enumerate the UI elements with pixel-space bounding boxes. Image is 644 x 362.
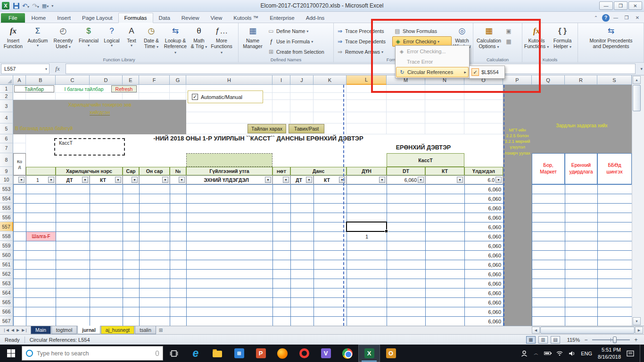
cell-I565[interactable] bbox=[273, 298, 291, 307]
header-bbod-shingeh[interactable]: ББӨдшингэх bbox=[597, 153, 632, 184]
cell-F558[interactable] bbox=[140, 232, 170, 241]
cell-K559[interactable] bbox=[314, 241, 347, 251]
zoom-in-icon[interactable]: + bbox=[633, 337, 639, 343]
taskbar-chrome[interactable] bbox=[337, 345, 358, 362]
autosum-button[interactable]: Σ AutoSum ▾ bbox=[25, 24, 50, 48]
cell-N557[interactable] bbox=[426, 222, 465, 232]
cell-F556[interactable] bbox=[140, 213, 170, 222]
cell-O559[interactable]: 6,060 bbox=[465, 241, 504, 251]
cell-R566[interactable] bbox=[565, 307, 598, 317]
taskbar-firefox[interactable] bbox=[272, 345, 293, 362]
cell-M558[interactable] bbox=[387, 232, 426, 241]
tailan-harah-button[interactable]: Тайлан харах bbox=[248, 124, 286, 133]
cell-D553[interactable] bbox=[90, 185, 123, 194]
cell-H553[interactable] bbox=[187, 185, 273, 194]
cell-G556[interactable] bbox=[170, 213, 187, 222]
cell-D567[interactable] bbox=[90, 317, 123, 326]
header-bor-market[interactable]: Бор,Маркет bbox=[532, 153, 565, 184]
cell-S564[interactable] bbox=[598, 288, 632, 298]
kutools-functions-button[interactable]: fx Kutools Functions ▾ bbox=[523, 24, 550, 49]
cell-I561[interactable] bbox=[273, 260, 291, 270]
cell-O562[interactable]: 6,060 bbox=[465, 270, 504, 279]
cell-R554[interactable] bbox=[565, 194, 598, 204]
row-header-9[interactable]: 9 bbox=[0, 167, 13, 175]
cell-L553[interactable] bbox=[347, 185, 387, 194]
cell-C559[interactable] bbox=[56, 241, 90, 251]
filter-dropdown-icon[interactable]: ▼ bbox=[162, 177, 168, 183]
cell-C556[interactable] bbox=[56, 213, 90, 222]
row-header-560[interactable]: 560 bbox=[0, 250, 13, 260]
cell-C553[interactable] bbox=[56, 185, 90, 194]
cell-N556[interactable] bbox=[426, 213, 465, 222]
cell-C555[interactable] bbox=[56, 204, 90, 213]
cell-N567[interactable] bbox=[426, 317, 465, 326]
zoom-slider-thumb[interactable] bbox=[613, 337, 617, 343]
cell-K566[interactable] bbox=[314, 307, 347, 317]
cell-A563[interactable] bbox=[14, 279, 26, 288]
cell-M555[interactable] bbox=[387, 204, 426, 213]
cell-D561[interactable] bbox=[90, 260, 123, 270]
menu-item-circular-references[interactable]: ↻ Circular References ▸ bbox=[396, 67, 469, 77]
filter-I10[interactable]: ▼ bbox=[272, 175, 290, 184]
filter-dropdown-icon[interactable]: ▼ bbox=[339, 177, 345, 183]
next-sheet-icon[interactable]: ▶ bbox=[17, 328, 19, 332]
header-yurunhii-udirdlaga[interactable]: Ерөнхийудирдлага bbox=[565, 153, 597, 184]
cell-J554[interactable] bbox=[291, 194, 314, 204]
cell-A554[interactable] bbox=[14, 194, 26, 204]
minimize-ribbon-icon[interactable]: ⌃ bbox=[591, 14, 601, 22]
cell-K564[interactable] bbox=[314, 288, 347, 298]
taskbar-viber[interactable]: V bbox=[315, 345, 337, 362]
redo-button[interactable]: ↷▾ bbox=[32, 3, 39, 9]
scroll-down-icon[interactable]: ▼ bbox=[633, 317, 641, 325]
row-header-557[interactable]: 557 bbox=[0, 222, 13, 231]
cell-Q558[interactable] bbox=[532, 232, 565, 241]
sheet-tab-aj-husnegt[interactable]: aj_husnegt bbox=[101, 326, 134, 334]
cell-B556[interactable] bbox=[26, 213, 56, 222]
cell-F561[interactable] bbox=[140, 260, 170, 270]
cell-B567[interactable] bbox=[26, 317, 56, 326]
filter-dropdown-icon[interactable]: ▼ bbox=[495, 177, 502, 183]
cell-C560[interactable] bbox=[56, 251, 90, 260]
cell-I553[interactable] bbox=[273, 185, 291, 194]
search-input[interactable] bbox=[37, 350, 152, 357]
cell-S557[interactable] bbox=[598, 222, 632, 232]
cell-I556[interactable] bbox=[273, 213, 291, 222]
filter-C10[interactable]: ДТ▼ bbox=[56, 175, 90, 184]
cell-C1-note[interactable]: I баганы тайлбар bbox=[58, 85, 110, 92]
use-in-formula-button[interactable]: ƒ Use in Formula▾ bbox=[266, 36, 326, 47]
sheet-nav-buttons[interactable]: ❘◀ ◀ ▶ ▶❘ bbox=[0, 326, 31, 334]
cell-E554[interactable] bbox=[123, 194, 140, 204]
cell-C565[interactable] bbox=[56, 298, 90, 307]
first-sheet-icon[interactable]: ❘◀ bbox=[3, 328, 9, 332]
cell-H557[interactable] bbox=[187, 222, 273, 232]
cell-Q556[interactable] bbox=[532, 213, 565, 222]
cell-I555[interactable] bbox=[273, 204, 291, 213]
cell-K554[interactable] bbox=[314, 194, 347, 204]
cell-A566[interactable] bbox=[14, 307, 26, 317]
filter-J10[interactable]: ДТ▼ bbox=[290, 175, 314, 184]
tab-insert[interactable]: Insert bbox=[51, 13, 76, 23]
last-sheet-icon[interactable]: ▶❘ bbox=[22, 328, 28, 332]
taskbar-store[interactable]: ⊞ bbox=[228, 345, 250, 362]
header-dt[interactable]: DT bbox=[387, 167, 425, 175]
cell-M564[interactable] bbox=[387, 288, 426, 298]
scroll-left-icon[interactable]: ◀ bbox=[532, 327, 540, 334]
header-names[interactable]: Харилцагчын нэрс bbox=[56, 167, 123, 175]
cell-E566[interactable] bbox=[123, 307, 140, 317]
sheet-tab-togtmol[interactable]: togtmol bbox=[51, 326, 77, 334]
page-layout-view-button[interactable]: ▥ bbox=[538, 336, 548, 344]
cell-S556[interactable] bbox=[598, 213, 632, 222]
tab-formulas[interactable]: Formulas bbox=[118, 13, 153, 23]
row-header-564[interactable]: 564 bbox=[0, 288, 13, 297]
filter-M10[interactable]: 6,060▼ bbox=[387, 175, 425, 184]
cell-R559[interactable] bbox=[565, 241, 598, 251]
filter-dropdown-icon[interactable]: ▼ bbox=[179, 177, 185, 183]
excel-app-icon[interactable]: X bbox=[2, 2, 9, 9]
cell-Q553[interactable] bbox=[532, 185, 565, 194]
cell-D558[interactable] bbox=[90, 232, 123, 241]
qat-customize-button[interactable]: ▾ bbox=[51, 4, 53, 8]
cell-I563[interactable] bbox=[273, 279, 291, 288]
cell-J556[interactable] bbox=[291, 213, 314, 222]
cell-K557[interactable] bbox=[314, 222, 347, 232]
cell-R567[interactable] bbox=[565, 317, 598, 326]
